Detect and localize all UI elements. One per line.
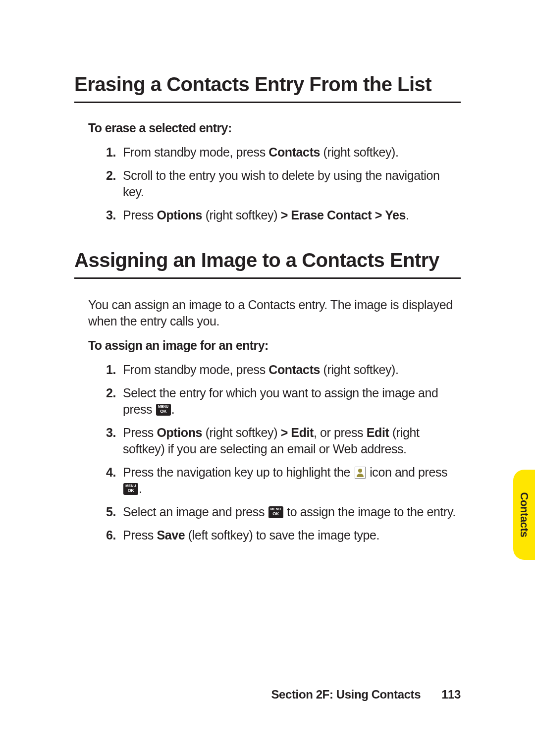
step-item: 4. Press the navigation key up to highli… — [106, 464, 461, 497]
step-text: (right softkey) — [202, 426, 281, 439]
intro-paragraph: You can assign an image to a Contacts en… — [88, 297, 461, 329]
step-number: 6. — [106, 527, 116, 543]
footer-page-number: 113 — [441, 688, 461, 701]
step-item: 2. Scroll to the entry you wish to delet… — [106, 167, 461, 200]
step-text: . — [406, 208, 409, 222]
step-text: (left softkey) to save the image type. — [185, 528, 379, 542]
step-text: Scroll to the entry you wish to delete b… — [123, 168, 439, 199]
step-number: 2. — [106, 167, 116, 184]
menu-ok-icon — [268, 506, 283, 518]
step-number: 5. — [106, 504, 116, 520]
bold-contacts: Contacts — [268, 145, 320, 159]
step-text: (right softkey). — [320, 363, 399, 377]
menu-ok-icon — [156, 404, 171, 416]
step-text: to assign the image to the entry. — [284, 505, 456, 519]
contact-icon — [355, 467, 366, 479]
step-text: , or press — [314, 426, 367, 439]
step-item: 3. Press Options (right softkey) > Edit,… — [106, 425, 461, 457]
section-tab-label: Contacts — [518, 492, 531, 538]
menu-ok-icon — [123, 483, 138, 495]
step-text: From standby mode, press — [123, 145, 268, 159]
step-text: icon and press — [367, 465, 448, 479]
heading-rule — [74, 277, 461, 279]
bold-path: > Erase Contact > Yes — [281, 208, 406, 222]
step-item: 2. Select the entry for which you want t… — [106, 385, 461, 418]
step-number: 3. — [106, 425, 116, 441]
section-assign-image: Assigning an Image to a Contacts Entry Y… — [74, 249, 461, 543]
heading-assign-image: Assigning an Image to a Contacts Entry — [74, 249, 461, 271]
step-text: Select an image and press — [123, 505, 268, 519]
bold-save: Save — [157, 528, 185, 542]
step-item: 3. Press Options (right softkey) > Erase… — [106, 207, 461, 223]
step-text: Press — [123, 528, 157, 542]
section-tab-contacts: Contacts — [513, 470, 535, 560]
subhead-erase: To erase a selected entry: — [88, 121, 461, 135]
heading-erase-contact: Erasing a Contacts Entry From the List — [74, 73, 461, 96]
step-text: . — [139, 482, 142, 495]
step-number: 2. — [106, 385, 116, 401]
step-text: (right softkey) — [202, 208, 281, 222]
bold-edit-path: > Edit — [281, 426, 314, 439]
svg-point-0 — [358, 469, 362, 473]
step-text: Press — [123, 426, 157, 439]
section2-body: You can assign an image to a Contacts en… — [74, 297, 461, 543]
section1-body: To erase a selected entry: 1. From stand… — [74, 121, 461, 223]
step-text: Press — [123, 208, 157, 222]
footer-section: Section 2F: Using Contacts — [271, 688, 421, 701]
bold-options: Options — [157, 426, 202, 439]
steps-assign: 1. From standby mode, press Contacts (ri… — [88, 362, 461, 543]
heading-rule — [74, 102, 461, 103]
step-item: 1. From standby mode, press Contacts (ri… — [106, 362, 461, 378]
step-number: 3. — [106, 207, 116, 223]
bold-contacts: Contacts — [268, 363, 320, 377]
step-item: 6. Press Save (left softkey) to save the… — [106, 527, 461, 543]
subhead-assign: To assign an image for an entry: — [88, 338, 461, 353]
bold-edit: Edit — [367, 426, 389, 439]
step-item: 5. Select an image and press to assign t… — [106, 504, 461, 520]
bold-options: Options — [157, 208, 202, 222]
step-number: 4. — [106, 464, 116, 481]
steps-erase: 1. From standby mode, press Contacts (ri… — [88, 144, 461, 223]
step-text: Press the navigation key up to highlight… — [123, 465, 354, 479]
step-number: 1. — [106, 362, 116, 378]
step-item: 1. From standby mode, press Contacts (ri… — [106, 144, 461, 161]
step-text: (right softkey). — [320, 145, 399, 159]
page-footer: Section 2F: Using Contacts113 — [271, 688, 461, 702]
step-number: 1. — [106, 144, 116, 161]
step-text: From standby mode, press — [123, 363, 268, 377]
step-text: . — [171, 402, 175, 416]
manual-page: Erasing a Contacts Entry From the List T… — [0, 0, 535, 756]
